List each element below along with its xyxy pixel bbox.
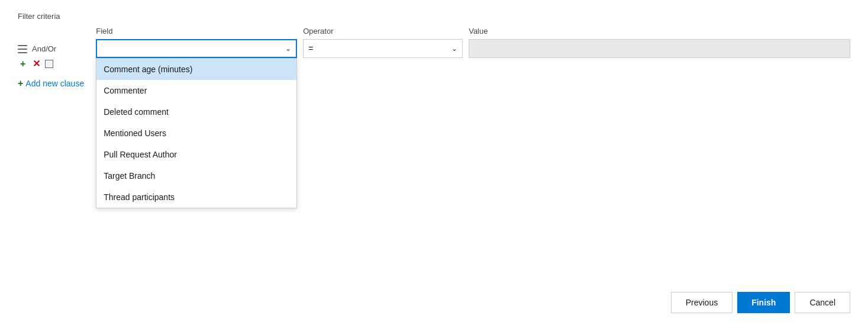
main-row: And/Or + ✕ + Add new clause Field Operat…	[18, 27, 850, 89]
dropdown-item-6[interactable]: Thread participants	[96, 186, 296, 208]
cancel-button[interactable]: Cancel	[795, 292, 850, 313]
row-controls: And/Or	[18, 44, 56, 53]
add-clause-button[interactable]: + Add new clause	[18, 78, 84, 89]
action-controls: + ✕	[18, 58, 53, 70]
field-chevron-icon: ⌄	[285, 44, 291, 53]
field-column-header: Field	[96, 27, 297, 36]
row-checkbox[interactable]	[45, 60, 53, 68]
filter-criteria-label: Filter criteria	[18, 12, 850, 21]
dropdown-item-1[interactable]: Commenter	[96, 80, 296, 101]
dropdown-item-3[interactable]: Mentioned Users	[96, 123, 296, 144]
column-headers: Field Operator Value	[96, 27, 850, 36]
list-icon[interactable]	[18, 45, 27, 53]
andor-column-label: And/Or	[32, 44, 56, 53]
dropdown-item-0[interactable]: Comment age (minutes)	[96, 59, 296, 80]
operator-dropdown-wrapper: = ⌄	[303, 39, 463, 58]
fields-container: Field Operator Value ⌄ Comment age (minu…	[96, 27, 850, 58]
dropdown-item-2[interactable]: Deleted comment	[96, 101, 296, 123]
operator-selected-value: =	[308, 44, 313, 53]
value-input-field[interactable]	[469, 39, 850, 58]
dropdown-item-4[interactable]: Pull Request Author	[96, 144, 296, 165]
filter-row: ⌄ Comment age (minutes) Commenter Delete…	[96, 39, 850, 58]
page-container: Filter criteria And/Or + ✕ + Add	[0, 0, 868, 325]
value-column-header: Value	[469, 27, 850, 36]
operator-dropdown-button[interactable]: = ⌄	[303, 39, 463, 58]
finish-button[interactable]: Finish	[737, 292, 790, 313]
operator-chevron-icon: ⌄	[451, 44, 457, 53]
field-dropdown-menu: Comment age (minutes) Commenter Deleted …	[96, 58, 297, 208]
field-dropdown-wrapper: ⌄ Comment age (minutes) Commenter Delete…	[96, 39, 297, 58]
add-clause-plus-icon: +	[18, 78, 23, 89]
add-clause-label: Add new clause	[25, 79, 84, 88]
previous-button[interactable]: Previous	[671, 292, 733, 313]
operator-column-header: Operator	[303, 27, 463, 36]
left-controls: And/Or + ✕ + Add new clause	[18, 27, 84, 89]
add-row-button[interactable]: +	[18, 58, 28, 70]
dropdown-item-5[interactable]: Target Branch	[96, 165, 296, 186]
field-dropdown-button[interactable]: ⌄	[96, 39, 297, 58]
bottom-bar: Previous Finish Cancel	[671, 292, 850, 313]
remove-row-button[interactable]: ✕	[30, 58, 43, 70]
